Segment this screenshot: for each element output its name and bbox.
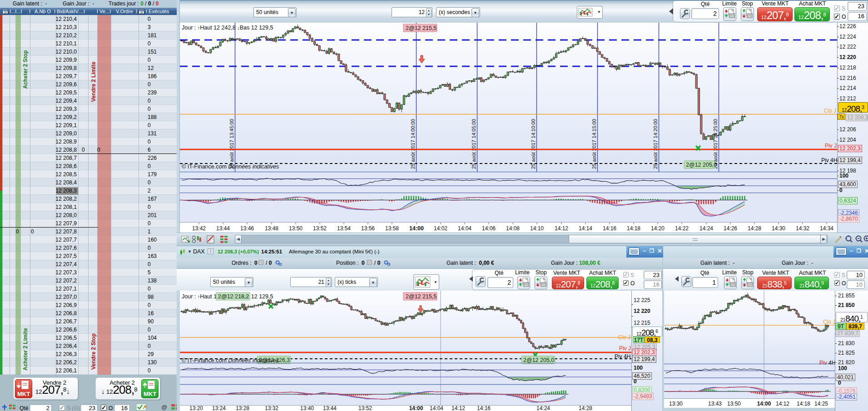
svg-text:14:06: 14:06 <box>482 225 496 232</box>
svg-text:13:44: 13:44 <box>323 405 337 411</box>
svg-text:Piv J: Piv J <box>619 345 631 352</box>
svg-text:13:50: 13:50 <box>289 225 303 232</box>
svg-text:25 août 2017 14:10:00: 25 août 2017 14:10:00 <box>531 119 536 169</box>
svg-text:25 août 2017 14:00:00: 25 août 2017 14:00:00 <box>410 119 416 169</box>
svg-text:14:16: 14:16 <box>477 405 491 411</box>
svg-text:13:20: 13:20 <box>189 405 203 411</box>
svg-text:14:32: 14:32 <box>796 225 809 232</box>
svg-text:13:30: 13:30 <box>669 401 683 407</box>
svg-text:14:24: 14:24 <box>699 225 713 232</box>
svg-text:14:04: 14:04 <box>458 225 471 232</box>
svg-text:14:08: 14:08 <box>506 225 520 232</box>
svg-text:25 août 2017 13:45:00: 25 août 2017 13:45:00 <box>229 119 234 169</box>
svg-text:13:46: 13:46 <box>240 225 254 232</box>
svg-text:2@12 205,0: 2@12 205,0 <box>686 162 717 168</box>
svg-text:14:30: 14:30 <box>772 225 785 232</box>
svg-text:Piv 4H: Piv 4H <box>615 353 630 360</box>
svg-text:13:52: 13:52 <box>313 225 327 232</box>
svg-text:13:28: 13:28 <box>236 405 249 411</box>
svg-text:14:16: 14:16 <box>603 225 616 232</box>
svg-text:Piv J: Piv J <box>825 143 837 149</box>
svg-text:14:28: 14:28 <box>748 225 761 232</box>
svg-text:Clo J: Clo J <box>824 108 836 114</box>
svg-text:14:00: 14:00 <box>409 225 424 232</box>
svg-text:14:14: 14:14 <box>579 225 592 232</box>
svg-text:25 août 2017 14:20:00: 25 août 2017 14:20:00 <box>653 119 658 169</box>
svg-text:Jour : ↑Haut 12 242,8 ↓Bas 12: Jour : ↑Haut 12 242,8 ↓Bas 12 129,5 <box>182 25 273 31</box>
svg-text:14:26: 14:26 <box>724 225 737 232</box>
svg-text:14:04: 14:04 <box>430 405 443 411</box>
svg-text:13:40: 13:40 <box>300 405 314 411</box>
svg-text:© IT-Finance.com Données indic: © IT-Finance.com Données indicatives <box>182 357 279 364</box>
svg-text:25 août 2017 14:05:00: 25 août 2017 14:05:00 <box>471 119 476 169</box>
svg-text:13:52: 13:52 <box>358 405 372 411</box>
svg-text:13:42: 13:42 <box>192 225 206 232</box>
svg-text:14:12: 14:12 <box>451 405 465 411</box>
svg-text:Clo J: Clo J <box>618 334 630 341</box>
svg-text:14:20: 14:20 <box>651 225 665 232</box>
svg-text:Piv 4H: Piv 4H <box>821 157 837 163</box>
svg-text:13:24: 13:24 <box>212 405 226 411</box>
svg-text:14:34: 14:34 <box>820 225 833 232</box>
svg-text:13:54: 13:54 <box>337 225 351 232</box>
svg-text:13:58: 13:58 <box>385 225 399 232</box>
svg-text:14:18: 14:18 <box>627 225 640 232</box>
svg-text:Piv 4H: Piv 4H <box>819 360 835 366</box>
svg-text:14:00: 14:00 <box>409 405 423 411</box>
svg-text:14:10: 14:10 <box>530 225 544 232</box>
svg-text:Clo J: Clo J <box>823 319 835 325</box>
svg-text:14:12: 14:12 <box>776 401 789 407</box>
svg-text:14:25: 14:25 <box>814 401 828 407</box>
svg-text:14:22: 14:22 <box>675 225 689 232</box>
svg-text:13:32: 13:32 <box>265 405 278 411</box>
svg-text:14:24: 14:24 <box>536 405 550 411</box>
svg-text:2@12 215,5: 2@12 215,5 <box>406 293 436 300</box>
svg-text:14:02: 14:02 <box>434 225 447 232</box>
svg-text:13:56: 13:56 <box>361 225 375 232</box>
svg-text:2@12 218,2: 2@12 218,2 <box>218 293 249 300</box>
svg-text:© IT-Finance.com Données indic: © IT-Finance.com Données indicatives <box>182 163 279 170</box>
svg-text:2@12 205,0: 2@12 205,0 <box>523 357 554 363</box>
svg-text:13:48: 13:48 <box>265 225 278 232</box>
svg-text:25 août 2017 14:15:00: 25 août 2017 14:15:00 <box>591 119 597 169</box>
svg-text:14:18: 14:18 <box>797 401 810 407</box>
svg-text:14:28: 14:28 <box>579 405 592 411</box>
svg-text:13:44: 13:44 <box>216 225 230 232</box>
svg-text:13:50: 13:50 <box>727 401 741 407</box>
svg-text:14:12: 14:12 <box>555 225 568 232</box>
svg-text:2@12 215,5: 2@12 215,5 <box>406 25 436 31</box>
svg-text:13:43: 13:43 <box>708 401 722 407</box>
svg-text:14:00: 14:00 <box>757 401 771 407</box>
